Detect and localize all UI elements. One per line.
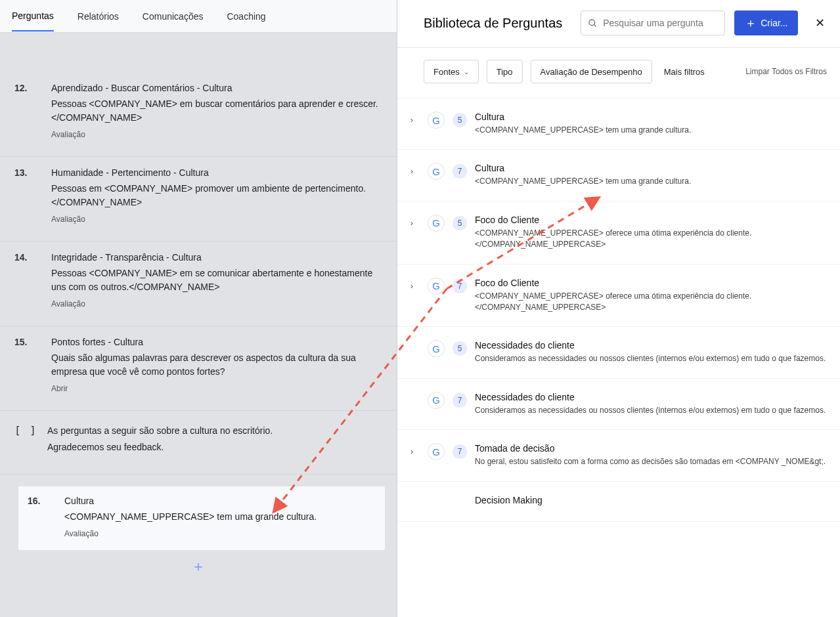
search-icon	[588, 18, 598, 28]
source-g-icon: G	[428, 278, 445, 295]
svg-point-0	[589, 19, 595, 25]
count-badge: 5	[453, 341, 467, 356]
add-question-button[interactable]: ＋	[0, 553, 397, 580]
library-item-title: Necessidades do cliente	[475, 392, 827, 402]
search-input[interactable]	[603, 18, 718, 28]
chevron-right-icon[interactable]: ›	[410, 219, 420, 228]
count-badge: 7	[453, 164, 467, 179]
chevron-right-icon[interactable]: ›	[410, 282, 420, 291]
library-list: ›G5Cultura<COMPANY_NAME_UPPERCASE> tem u…	[397, 98, 840, 617]
question-text: Pessoas em <COMPANY_NAME> promover um am…	[51, 182, 382, 209]
library-item[interactable]: ›G7Tomada de decisãoNo geral, estou sati…	[397, 430, 840, 481]
question-number: 13.	[14, 167, 39, 178]
library-item-title: Foco do Cliente	[475, 278, 827, 288]
library-item-text: No geral, estou satisfeito com a forma c…	[475, 456, 827, 467]
library-item-text: <COMPANY_NAME_UPPERCASE> oferece uma óti…	[475, 228, 827, 251]
library-item-text: <COMPANY_NAME_UPPERCASE> tem uma grande …	[475, 125, 827, 136]
question-type: Avaliação	[64, 529, 376, 538]
library-item-text: <COMPANY_NAME_UPPERCASE> tem uma grande …	[475, 176, 827, 187]
chevron-right-icon[interactable]: ›	[410, 167, 420, 176]
close-icon: ✕	[815, 16, 825, 30]
question-text: Pessoas <COMPANY_NAME> em se comunicar a…	[51, 266, 382, 294]
question-text: Quais são algumas palavras para descreve…	[51, 351, 382, 379]
source-g-icon: G	[428, 215, 445, 232]
plus-icon: ＋	[745, 15, 757, 31]
library-item[interactable]: G5Necessidades do clienteConsideramos as…	[397, 327, 840, 378]
library-item-text: Consideramos as necessidades ou nossos c…	[475, 353, 827, 364]
library-item-title: Tomada de decisão	[475, 443, 827, 454]
brackets-icon: [ ]	[14, 424, 39, 436]
question-item[interactable]: 15. Pontos fortes - Cultura Quais são al…	[0, 326, 397, 411]
library-item[interactable]: G7Necessidades do clienteConsideramos as…	[397, 379, 840, 430]
count-badge: 5	[453, 216, 467, 230]
tabs: Perguntas Relatórios Comunicações Coachi…	[0, 0, 397, 33]
clear-filters[interactable]: Limpar Todos os Filtros	[745, 67, 827, 76]
library-item-title: Decision Making	[475, 495, 827, 505]
close-button[interactable]: ✕	[810, 13, 830, 33]
library-item[interactable]: ›G7Cultura<COMPANY_NAME_UPPERCASE> tem u…	[397, 150, 840, 201]
library-item-text: Consideramos as necessidades ou nossos c…	[475, 405, 827, 416]
more-filters[interactable]: Mais filtros	[664, 67, 705, 77]
question-item[interactable]: 13. Humanidade - Pertencimento - Cultura…	[0, 157, 397, 242]
count-badge: 7	[453, 279, 467, 293]
section-note[interactable]: [ ] As perguntas a seguir são sobre a cu…	[0, 411, 397, 475]
question-number: 14.	[14, 252, 39, 263]
svg-line-1	[594, 24, 596, 26]
question-number: 15.	[14, 337, 39, 347]
chevron-right-icon[interactable]: ›	[410, 447, 420, 456]
filter-avaliacao[interactable]: Avaliação de Desempenho	[531, 60, 652, 83]
count-badge: 5	[453, 113, 467, 127]
library-item[interactable]: Decision Making	[397, 482, 840, 522]
question-number: 16.	[28, 496, 53, 506]
source-g-icon: G	[428, 163, 445, 180]
tab-comunicacoes[interactable]: Comunicações	[143, 2, 204, 31]
chevron-right-icon[interactable]: ›	[410, 116, 420, 125]
question-title: Aprendizado - Buscar Comentários - Cultu…	[51, 83, 382, 93]
tab-perguntas[interactable]: Perguntas	[12, 1, 54, 32]
source-g-icon: G	[428, 392, 445, 409]
library-item[interactable]: ›G7Foco do Cliente<COMPANY_NAME_UPPERCAS…	[397, 265, 840, 328]
question-number: 12.	[14, 83, 39, 93]
filter-tipo[interactable]: Tipo	[487, 60, 523, 83]
question-item[interactable]: 12. Aprendizado - Buscar Comentários - C…	[0, 72, 397, 157]
library-item-title: Foco do Cliente	[475, 215, 827, 225]
question-text: <COMPANY_NAME_UPPERCASE> tem uma grande …	[64, 510, 376, 524]
question-text: Pessoas <COMPANY_NAME> em buscar comentá…	[51, 97, 382, 125]
search-box[interactable]	[581, 11, 725, 35]
tab-coaching[interactable]: Coaching	[227, 2, 265, 31]
question-title: Pontos fortes - Cultura	[51, 337, 382, 347]
left-panel: Perguntas Relatórios Comunicações Coachi…	[0, 0, 397, 617]
tab-relatorios[interactable]: Relatórios	[77, 2, 119, 31]
section-note-line: As perguntas a seguir são sobre a cultur…	[47, 424, 382, 438]
source-g-icon: G	[428, 340, 445, 357]
count-badge: 7	[453, 444, 467, 459]
source-g-icon: G	[428, 112, 445, 129]
question-type: Avaliação	[51, 215, 382, 224]
question-type: Abrir	[51, 384, 382, 393]
count-badge: 7	[453, 393, 467, 408]
library-title: Biblioteca de Perguntas	[424, 16, 562, 31]
library-item-title: Necessidades do cliente	[475, 340, 827, 351]
question-type: Avaliação	[51, 299, 382, 308]
question-type: Avaliação	[51, 130, 382, 139]
plus-icon: ＋	[191, 558, 206, 574]
filters-row: Fontes ⌄ Tipo Avaliação de Desempenho Ma…	[397, 48, 840, 98]
section-note-line: Agradecemos seu feedback.	[47, 440, 382, 454]
question-item[interactable]: 14. Integridade - Transparência - Cultur…	[0, 242, 397, 326]
right-panel: Biblioteca de Perguntas ＋ Criar... ✕ Fon…	[397, 0, 840, 617]
filter-fontes[interactable]: Fontes ⌄	[424, 60, 479, 83]
library-item-title: Cultura	[475, 112, 827, 122]
library-item[interactable]: ›G5Foco do Cliente<COMPANY_NAME_UPPERCAS…	[397, 202, 840, 265]
library-item-title: Cultura	[475, 163, 827, 173]
library-item[interactable]: ›G5Cultura<COMPANY_NAME_UPPERCASE> tem u…	[397, 98, 840, 150]
question-title: Humanidade - Pertencimento - Cultura	[51, 167, 382, 178]
library-item-text: <COMPANY_NAME_UPPERCASE> oferece uma óti…	[475, 291, 827, 314]
chevron-down-icon: ⌄	[464, 68, 469, 75]
question-title: Cultura	[64, 496, 376, 506]
library-header: Biblioteca de Perguntas ＋ Criar... ✕	[397, 0, 840, 48]
question-title: Integridade - Transparência - Cultura	[51, 252, 382, 263]
create-button-label: Criar...	[761, 18, 787, 28]
create-button[interactable]: ＋ Criar...	[734, 11, 798, 35]
question-list: 12. Aprendizado - Buscar Comentários - C…	[0, 33, 397, 617]
question-item-highlighted[interactable]: 16. Cultura <COMPANY_NAME_UPPERCASE> tem…	[18, 486, 385, 550]
